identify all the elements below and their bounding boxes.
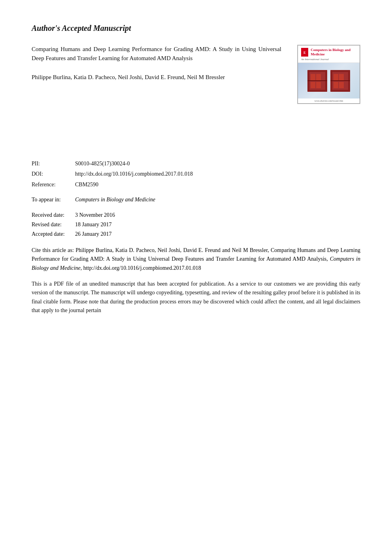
spacer-1 bbox=[32, 116, 360, 140]
received-label: Received date: bbox=[32, 211, 75, 220]
received-date-row: Received date: 3 November 2016 bbox=[32, 211, 360, 220]
doi-row: DOI: http://dx.doi.org/10.1016/j.compbio… bbox=[32, 170, 360, 178]
authors: Philippe Burlina, Katia D. Pacheco, Neil… bbox=[32, 72, 281, 82]
title-journal-section: Comparing Humans and Deep Learning Perfo… bbox=[32, 45, 360, 104]
reference-row: Reference: CBM2590 bbox=[32, 180, 360, 189]
svg-rect-7 bbox=[316, 82, 321, 88]
accepted-label: Accepted date: bbox=[32, 230, 75, 239]
accepted-date-row: Accepted date: 26 January 2017 bbox=[32, 230, 360, 239]
appear-in-value: Computers in Biology and Medicine bbox=[75, 195, 155, 204]
paper-title: Comparing Humans and Deep Learning Perfo… bbox=[32, 45, 281, 63]
journal-cover-url: www.elsevier.com/locate/cbm bbox=[298, 98, 360, 103]
journal-image-area bbox=[298, 63, 360, 98]
appear-in-row: To appear in: Computers in Biology and M… bbox=[32, 195, 360, 204]
svg-rect-14 bbox=[339, 82, 344, 88]
revised-label: Revised date: bbox=[32, 220, 75, 229]
journal-cover-image-left bbox=[307, 70, 327, 92]
journal-cover-image-right bbox=[330, 70, 350, 92]
dates-section: Received date: 3 November 2016 Revised d… bbox=[32, 211, 360, 239]
svg-rect-11 bbox=[334, 74, 338, 80]
journal-logo-row: E Computers in Biology and Medicine bbox=[301, 48, 356, 57]
svg-rect-6 bbox=[311, 82, 315, 88]
cite-doi: http://dx.doi.org/10.1016/j.compbiomed.2… bbox=[83, 265, 201, 271]
paper-title-block: Comparing Humans and Deep Learning Perfo… bbox=[32, 45, 281, 82]
reference-value: CBM2590 bbox=[75, 180, 98, 189]
doi-label: DOI: bbox=[32, 170, 75, 178]
svg-rect-4 bbox=[311, 74, 315, 80]
revised-value: 18 January 2017 bbox=[75, 220, 112, 229]
reference-label: Reference: bbox=[32, 180, 75, 189]
elsevier-logo-icon: E bbox=[301, 48, 308, 57]
journal-cover: E Computers in Biology and Medicine An I… bbox=[297, 45, 360, 104]
svg-rect-5 bbox=[316, 74, 321, 80]
cite-section: Cite this article as: Philippe Burlina, … bbox=[32, 246, 360, 273]
svg-rect-12 bbox=[339, 74, 344, 80]
svg-rect-13 bbox=[334, 82, 338, 88]
doi-value: http://dx.doi.org/10.1016/j.compbiomed.2… bbox=[75, 170, 193, 178]
journal-cover-inner: E Computers in Biology and Medicine An I… bbox=[298, 45, 360, 104]
journal-cover-top: E Computers in Biology and Medicine An I… bbox=[298, 45, 360, 63]
appear-in-label: To appear in: bbox=[32, 195, 75, 204]
journal-subtitle-cover: An International Journal bbox=[301, 58, 356, 61]
received-value: 3 November 2016 bbox=[75, 211, 115, 220]
svg-text:E: E bbox=[303, 51, 306, 55]
page-title: Author's Accepted Manuscript bbox=[32, 24, 360, 33]
pii-label: PII: bbox=[32, 159, 75, 168]
pii-row: PII: S0010-4825(17)30024-0 bbox=[32, 159, 360, 168]
journal-name-cover: Computers in Biology and Medicine bbox=[311, 48, 356, 57]
cite-prefix: Cite this article as: Philippe Burlina, … bbox=[32, 247, 360, 262]
revised-date-row: Revised date: 18 January 2017 bbox=[32, 220, 360, 229]
page: Author's Accepted Manuscript Comparing H… bbox=[0, 0, 392, 555]
accepted-value: 26 January 2017 bbox=[75, 230, 112, 239]
disclaimer-section: This is a PDF file of an unedited manusc… bbox=[32, 280, 360, 315]
pii-value: S0010-4825(17)30024-0 bbox=[75, 159, 130, 168]
metadata-section: PII: S0010-4825(17)30024-0 DOI: http://d… bbox=[32, 159, 360, 189]
